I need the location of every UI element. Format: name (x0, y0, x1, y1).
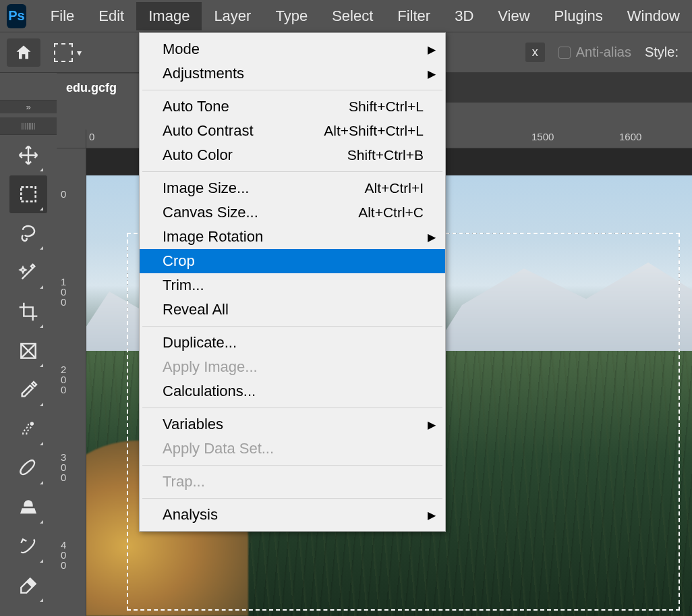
menu-edit[interactable]: Edit (86, 2, 136, 30)
menu-item-trim[interactable]: Trim... (140, 273, 445, 298)
menu-item-trap: Trap... (140, 470, 445, 494)
ruler-tick: 300 (61, 452, 66, 482)
app-logo-text: Ps (8, 8, 24, 24)
frame-tool[interactable] (9, 332, 47, 370)
current-tool-indicator[interactable]: ▾ (54, 43, 82, 62)
menu-type[interactable]: Type (263, 2, 320, 30)
menu-item-label: Image Size... (163, 179, 249, 197)
anti-alias-checkbox[interactable]: Anti-alias (558, 45, 631, 60)
menu-separator (142, 465, 442, 466)
chevron-down-icon: ▾ (77, 47, 82, 58)
menu-item-variables[interactable]: Variables▶ (140, 412, 445, 437)
menu-3d[interactable]: 3D (442, 2, 486, 30)
ruler-corner (57, 130, 86, 148)
ruler-tick: 100 (61, 277, 66, 307)
menu-item-label: Mode (163, 40, 200, 58)
submenu-arrow-icon: ▶ (428, 43, 436, 56)
checkbox-icon (558, 47, 571, 59)
menu-item-label: Apply Data Set... (163, 440, 274, 457)
move-tool[interactable] (9, 136, 47, 174)
eyedropper-tool[interactable] (9, 371, 47, 409)
eraser-tool[interactable] (9, 567, 47, 605)
menu-plugins[interactable]: Plugins (542, 2, 615, 30)
ruler-tick: 400 (61, 540, 66, 570)
menu-item-adjustments[interactable]: Adjustments▶ (140, 61, 445, 86)
marquee-tool[interactable] (9, 175, 47, 213)
home-button[interactable] (7, 38, 40, 67)
menu-item-mode[interactable]: Mode▶ (140, 37, 445, 61)
healing-brush-tool[interactable] (9, 410, 47, 448)
menu-item-shortcut: Shift+Ctrl+L (349, 99, 424, 115)
clone-stamp-tool[interactable] (9, 488, 47, 526)
ruler-tick: 0 (61, 189, 66, 199)
menu-image[interactable]: Image (136, 2, 202, 30)
menu-separator (142, 408, 442, 408)
menu-item-auto-contrast[interactable]: Auto ContrastAlt+Shift+Ctrl+L (140, 119, 445, 143)
menu-item-auto-tone[interactable]: Auto ToneShift+Ctrl+L (140, 94, 445, 119)
menu-item-label: Apply Image... (163, 358, 258, 376)
frame-tool-icon (18, 340, 39, 362)
menu-item-label: Image Rotation (163, 228, 263, 246)
magic-wand-tool[interactable] (9, 254, 47, 291)
submenu-arrow-icon: ▶ (428, 67, 436, 80)
vertical-ruler[interactable]: 0100200300400 (57, 148, 86, 616)
crop-tool[interactable] (9, 293, 47, 331)
ruler-strip: |||||||| (0, 117, 57, 135)
eraser-tool-icon (18, 575, 39, 596)
menu-item-crop[interactable]: Crop (140, 249, 445, 273)
menu-item-label: Crop (163, 252, 195, 270)
clone-stamp-tool-icon (18, 497, 39, 518)
crop-tool-icon (18, 301, 39, 323)
menu-layer[interactable]: Layer (202, 2, 263, 30)
menu-item-label: Variables (163, 416, 223, 433)
move-tool-icon (18, 144, 39, 166)
menu-item-auto-color[interactable]: Auto ColorShift+Ctrl+B (140, 143, 445, 167)
eyedropper-tool-icon (18, 379, 39, 401)
submenu-arrow-icon: ▶ (428, 418, 436, 431)
svg-point-2 (30, 422, 34, 425)
menu-file[interactable]: File (38, 2, 86, 30)
menu-item-image-rotation[interactable]: Image Rotation▶ (140, 225, 445, 249)
menu-item-calculations[interactable]: Calculations... (140, 379, 445, 403)
menu-item-canvas-size[interactable]: Canvas Size...Alt+Ctrl+C (140, 200, 445, 225)
tool-panel: |||||||| (0, 113, 57, 616)
history-brush-tool-icon (18, 536, 39, 557)
history-brush-tool[interactable] (9, 528, 47, 565)
ruler-tick: 0 (89, 131, 94, 142)
ruler-tick: 1600 (619, 131, 641, 142)
svg-rect-0 (21, 187, 35, 201)
menu-item-reveal-all[interactable]: Reveal All (140, 298, 445, 322)
menu-item-label: Reveal All (163, 301, 229, 318)
menu-item-apply-image: Apply Image... (140, 355, 445, 379)
marquee-icon (54, 43, 73, 62)
home-icon (14, 43, 33, 62)
ruler-tick: 1500 (531, 131, 554, 142)
menu-filter[interactable]: Filter (385, 2, 442, 30)
style-label: Style: (645, 45, 679, 60)
menu-separator (142, 498, 442, 499)
menu-item-label: Canvas Size... (163, 204, 258, 221)
menu-item-image-size[interactable]: Image Size...Alt+Ctrl+I (140, 176, 445, 200)
lasso-tool[interactable] (9, 215, 47, 252)
menu-item-duplicate[interactable]: Duplicate... (140, 331, 445, 355)
menu-item-shortcut: Alt+Shift+Ctrl+L (324, 123, 424, 139)
menu-item-shortcut: Alt+Ctrl+C (358, 204, 424, 221)
menu-select[interactable]: Select (320, 2, 385, 30)
px-value-box[interactable]: x (525, 43, 545, 62)
menu-item-label: Auto Contrast (163, 122, 254, 140)
menu-view[interactable]: View (486, 2, 542, 30)
menu-item-label: Duplicate... (163, 334, 237, 352)
menu-item-label: Trap... (163, 473, 205, 491)
magic-wand-tool-icon (18, 262, 39, 283)
menu-window[interactable]: Window (615, 2, 692, 30)
brush-tool[interactable] (9, 449, 47, 487)
menu-item-label: Analysis (163, 506, 218, 524)
healing-brush-tool-icon (18, 418, 39, 440)
panel-expand-chevrons[interactable]: » (0, 100, 57, 113)
submenu-arrow-icon: ▶ (428, 231, 436, 244)
app-logo[interactable]: Ps (7, 4, 26, 28)
menu-item-label: Auto Tone (163, 98, 229, 115)
menu-separator (142, 326, 442, 327)
menu-item-analysis[interactable]: Analysis▶ (140, 503, 445, 527)
menu-item-shortcut: Shift+Ctrl+B (347, 147, 424, 163)
